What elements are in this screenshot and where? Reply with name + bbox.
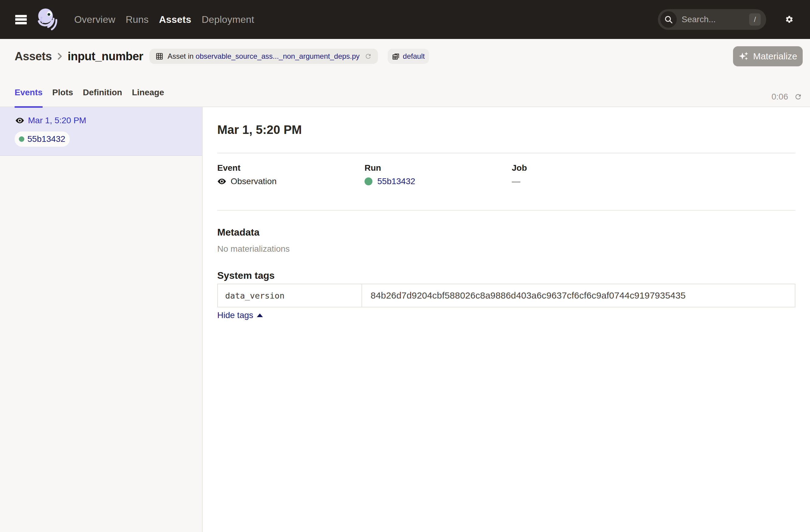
asset-definition-prefix: Asset in: [168, 52, 194, 61]
tab-lineage[interactable]: Lineage: [132, 68, 164, 108]
event-list-item[interactable]: Mar 1, 5:20 PM 55b13432: [0, 107, 202, 156]
tab-plots[interactable]: Plots: [52, 68, 73, 108]
breadcrumb: Assets input_number Asset in observable_…: [0, 39, 810, 66]
run-column-label: Run: [364, 162, 512, 174]
sparkles-icon: [739, 51, 749, 62]
job-value: —: [512, 175, 520, 188]
asset-group-pill: default: [388, 49, 429, 64]
event-detail-title: Mar 1, 5:20 PM: [217, 107, 795, 138]
asset-group-icon: [392, 52, 400, 60]
job-column-label: Job: [512, 162, 795, 174]
hide-tags-label: Hide tags: [217, 310, 253, 320]
event-column-label: Event: [217, 162, 364, 174]
run-status-dot: [19, 136, 25, 142]
divider: [217, 153, 795, 154]
nav-items: Overview Runs Assets Deployment: [74, 14, 254, 25]
search-shortcut-key: /: [749, 13, 761, 26]
nav-item-overview[interactable]: Overview: [74, 14, 115, 25]
dagster-logo-icon[interactable]: [36, 8, 59, 31]
system-tags-heading: System tags: [217, 269, 795, 283]
search-input[interactable]: Search... /: [658, 9, 766, 30]
tab-events[interactable]: Events: [15, 68, 43, 108]
chevron-right-icon: [56, 53, 63, 60]
event-detail-panel: Mar 1, 5:20 PM Event Run Job Observation: [202, 107, 810, 532]
event-timestamp-link[interactable]: Mar 1, 5:20 PM: [28, 116, 86, 125]
materialize-button[interactable]: Materialize: [733, 46, 803, 66]
run-status-dot: [364, 177, 372, 186]
nav-item-assets[interactable]: Assets: [159, 14, 191, 25]
observation-eye-icon: [217, 177, 226, 186]
breadcrumb-assets-link[interactable]: Assets: [15, 50, 52, 63]
observation-eye-icon: [15, 116, 25, 125]
settings-gear-icon[interactable]: [785, 15, 794, 24]
tag-key-cell: data_version: [217, 284, 362, 307]
refresh-countdown: 0:06: [772, 92, 789, 102]
event-type-value: Observation: [231, 175, 277, 188]
run-id-pill[interactable]: 55b13432: [15, 131, 70, 147]
asset-name: input_number: [67, 50, 143, 63]
nav-item-runs[interactable]: Runs: [126, 14, 149, 25]
search-icon: [660, 11, 677, 28]
top-nav: Overview Runs Assets Deployment Search..…: [0, 0, 810, 39]
nav-item-deployment[interactable]: Deployment: [202, 14, 254, 25]
table-row: data_version 84b26d7d9204cbf588026c8a988…: [217, 284, 795, 307]
tab-bar: Events Plots Definition Lineage: [0, 68, 810, 108]
caret-up-icon: [257, 313, 263, 317]
metadata-empty-text: No materializations: [217, 243, 795, 255]
refresh-zone: 0:06: [772, 92, 803, 102]
page-header: Assets input_number Asset in observable_…: [0, 39, 810, 107]
dagster-app: Overview Runs Assets Deployment Search..…: [0, 0, 810, 532]
menu-icon[interactable]: [15, 15, 27, 25]
event-list: Mar 1, 5:20 PM 55b13432: [0, 107, 202, 532]
hide-tags-button[interactable]: Hide tags: [217, 310, 263, 320]
metadata-heading: Metadata: [217, 225, 795, 239]
asset-definition-file-link[interactable]: observable_source_ass..._non_argument_de…: [196, 52, 360, 61]
system-tags-table: data_version 84b26d7d9204cbf588026c8a988…: [217, 284, 795, 307]
tag-value-cell: 84b26d7d9204cbf588026c8a9886d403a6c9637c…: [362, 284, 795, 307]
asset-definition-pill: Asset in observable_source_ass..._non_ar…: [149, 49, 378, 64]
refresh-icon[interactable]: [794, 93, 802, 101]
tab-definition[interactable]: Definition: [83, 68, 122, 108]
divider: [217, 210, 795, 211]
asset-group-link[interactable]: default: [403, 52, 425, 61]
run-id-link[interactable]: 55b13432: [377, 175, 415, 188]
reload-icon[interactable]: [364, 53, 372, 60]
content: Mar 1, 5:20 PM 55b13432 Mar 1, 5:20 PM E…: [0, 107, 810, 532]
run-id-label: 55b13432: [27, 134, 65, 144]
grid-icon: [156, 52, 163, 60]
search-placeholder: Search...: [682, 15, 716, 25]
materialize-label: Materialize: [753, 51, 797, 62]
